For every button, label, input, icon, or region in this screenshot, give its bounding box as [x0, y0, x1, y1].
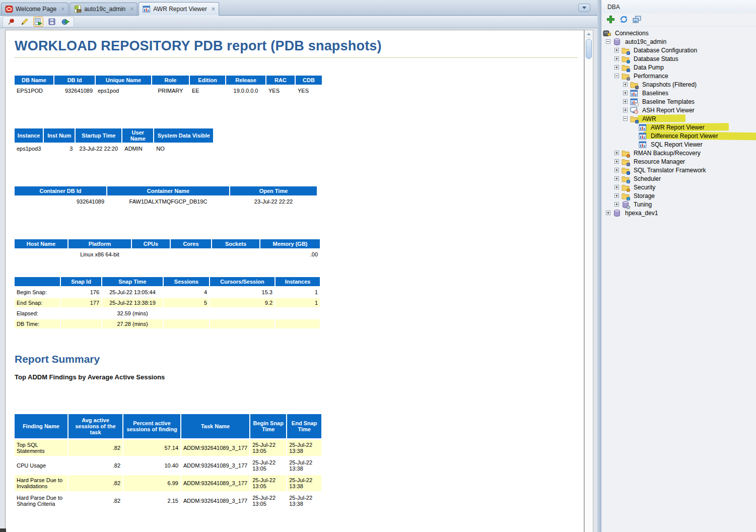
- tree-item-sql-report-viewer[interactable]: SQL Report Viewer: [601, 140, 756, 149]
- table-cell: [15, 250, 67, 259]
- collapse-icon[interactable]: [623, 116, 628, 121]
- tree-item-rman-backup-recovery[interactable]: RMAN Backup/Recovery: [601, 149, 756, 157]
- table-cell: YES: [266, 86, 295, 95]
- column-header: Inst Num: [44, 128, 75, 143]
- table-cell: 23-Jul-22 22:22: [230, 197, 317, 206]
- tree-item-snapshots-filtered[interactable]: Snapshots (Filtered): [601, 80, 756, 89]
- tab-auto19c-admin[interactable]: auto19c_admin ×: [70, 3, 138, 15]
- table-cell: EE: [190, 86, 225, 95]
- column-header: Task Name: [181, 414, 249, 438]
- table-cell: .82: [68, 475, 122, 491]
- tree-item-ash-report-viewer[interactable]: ASH Report Viewer: [601, 106, 756, 114]
- table-cell: 25-Jul-22 13:05: [250, 457, 286, 474]
- toolbar-group: [3, 16, 74, 27]
- expand-icon[interactable]: [614, 151, 619, 155]
- scroll-up-icon[interactable]: [585, 30, 593, 38]
- table-cell: 1: [276, 288, 320, 297]
- ash-report-viewer-icon: [630, 106, 638, 114]
- scrollbar-thumb[interactable]: [586, 39, 592, 59]
- column-header: Finding Name: [15, 414, 67, 438]
- table-row: DB Time: 27.28 (mins): [15, 319, 320, 328]
- snapshot-table: Snap Id Snap Time Sessions Cursors/Sessi…: [14, 276, 321, 330]
- tab-overflow-button[interactable]: [578, 4, 590, 12]
- table-cell: .82: [68, 440, 122, 456]
- expand-icon[interactable]: [623, 99, 628, 104]
- collapse-icon[interactable]: [614, 74, 619, 78]
- tree-item-awr-report-viewer[interactable]: AWR Report Viewer: [601, 123, 756, 131]
- tree-item-baselines[interactable]: Baselines: [601, 89, 756, 97]
- table-cell: Hard Parse Due to Invalidations: [15, 475, 67, 491]
- panel-splitter[interactable]: [597, 0, 601, 532]
- table-cell: 5: [164, 298, 209, 307]
- tree-item-data-pump[interactable]: Data Pump: [601, 63, 756, 72]
- tab-welcome-page[interactable]: Welcome Page ×: [1, 3, 68, 15]
- refresh-icon[interactable]: [620, 15, 628, 24]
- tree-item-database-status[interactable]: Database Status: [601, 54, 756, 63]
- close-icon[interactable]: ×: [212, 6, 215, 12]
- table-cell: 25-Jul-22 13:38: [287, 457, 321, 474]
- expand-icon[interactable]: [614, 176, 619, 181]
- expand-icon[interactable]: [623, 91, 628, 95]
- expand-icon[interactable]: [614, 168, 619, 172]
- table-cell: 23-Jul-22 22:20: [76, 144, 121, 153]
- table-cell: NO: [154, 144, 213, 153]
- add-icon[interactable]: [606, 15, 615, 24]
- table-cell: .82: [68, 493, 122, 509]
- run-report-button[interactable]: [33, 17, 43, 27]
- close-icon[interactable]: ×: [130, 6, 133, 12]
- table-cell: .00: [260, 250, 320, 259]
- expand-icon[interactable]: [614, 193, 619, 198]
- table-row: 932641089 FAW1DALXTMQFGCP_DB19C 23-Jul-2…: [15, 197, 317, 206]
- export-button[interactable]: [60, 17, 71, 27]
- tree-item-difference-report-viewer[interactable]: Difference Report Viewer: [601, 131, 756, 140]
- table-cell: 25-Jul-22 13:38:19: [102, 298, 163, 307]
- expand-icon[interactable]: [623, 108, 628, 112]
- expand-icon[interactable]: [614, 48, 619, 52]
- tree-item-performance[interactable]: Performance: [601, 72, 756, 80]
- expand-icon[interactable]: [614, 159, 619, 164]
- table-row: CPU Usage .82 10.40 ADDM:932641089_3_177…: [15, 457, 321, 474]
- expand-icon[interactable]: [614, 56, 619, 61]
- tab-awr-report-viewer[interactable]: AWR Report Viewer ×: [139, 2, 219, 16]
- collapse-windows-icon[interactable]: [633, 15, 641, 24]
- column-header: Container DB Id: [15, 186, 106, 195]
- tree-item-connections[interactable]: Connections: [601, 29, 756, 37]
- tree-item-baseline-templates[interactable]: Baseline Templates: [601, 97, 756, 106]
- expand-icon[interactable]: [614, 65, 619, 70]
- tree-item-storage[interactable]: Storage: [601, 191, 756, 200]
- tree-item-tuning[interactable]: Tuning: [601, 200, 756, 209]
- table-cell: [210, 309, 274, 318]
- column-header: DB Name: [15, 76, 53, 85]
- tree-item-awr[interactable]: AWR: [601, 114, 756, 123]
- tree-item-database-configuration[interactable]: Database Configuration: [601, 46, 756, 54]
- table-row: Begin Snap: 176 25-Jul-22 13:05:44 4 15.…: [15, 288, 320, 297]
- column-header: Edition: [190, 76, 225, 85]
- column-header: Snap Time: [102, 277, 163, 286]
- tree-item-auto19c-admin[interactable]: auto19c_admin: [601, 37, 756, 46]
- table-cell: 9.2: [210, 298, 274, 307]
- column-header: Instance: [15, 128, 43, 143]
- column-header: CDB: [296, 76, 322, 85]
- host-table: Host Name Platform CPUs Cores Sockets Me…: [14, 238, 321, 260]
- save-button[interactable]: [47, 17, 57, 27]
- vertical-scrollbar[interactable]: [584, 30, 593, 532]
- tree-item-security[interactable]: Security: [601, 183, 756, 191]
- tree-item-sql-translator-framework[interactable]: SQL Translator Framework: [601, 166, 756, 174]
- table-cell: Linux x86 64-bit: [68, 250, 131, 259]
- report-viewer-icon: [639, 123, 647, 131]
- close-icon[interactable]: ×: [61, 6, 64, 12]
- expand-icon[interactable]: [614, 202, 619, 207]
- dba-panel: DBA Connections auto19c_admin Database C…: [601, 0, 756, 532]
- tree-item-scheduler[interactable]: Scheduler: [601, 174, 756, 183]
- collapse-icon[interactable]: [606, 39, 610, 44]
- tree-item-resource-manager[interactable]: Resource Manager: [601, 157, 756, 166]
- edit-button[interactable]: [20, 17, 30, 27]
- tree-item-hpexa-dev1[interactable]: hpexa_dev1: [601, 209, 756, 217]
- expand-icon[interactable]: [606, 211, 610, 215]
- pin-button[interactable]: [6, 17, 16, 27]
- table-cell: ADMIN: [122, 144, 153, 153]
- column-header: Startup Time: [76, 128, 121, 143]
- expand-icon[interactable]: [623, 82, 628, 87]
- row-label: DB Time:: [15, 319, 60, 328]
- expand-icon[interactable]: [614, 185, 619, 189]
